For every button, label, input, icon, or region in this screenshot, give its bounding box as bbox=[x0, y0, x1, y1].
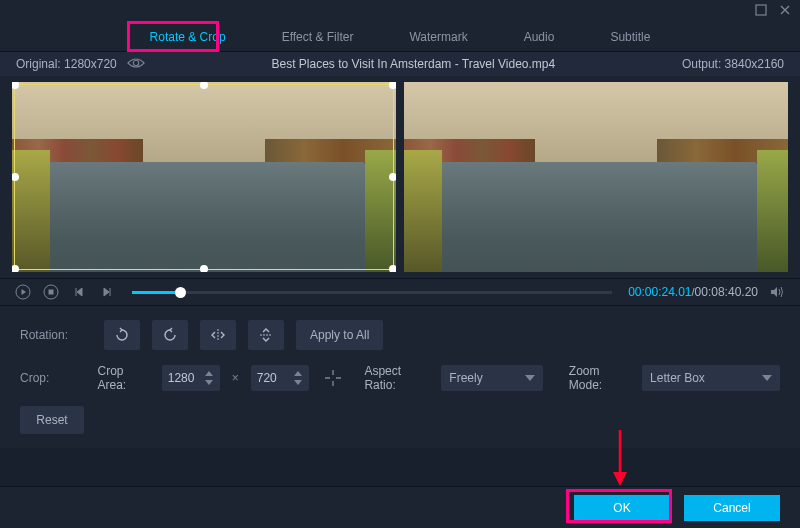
svg-rect-4 bbox=[49, 290, 54, 295]
apply-to-all-button[interactable]: Apply to All bbox=[296, 320, 383, 350]
zoom-mode-label: Zoom Mode: bbox=[569, 364, 630, 392]
crop-preview-output bbox=[404, 82, 788, 272]
crop-handle-mid-left[interactable] bbox=[12, 173, 19, 181]
close-icon[interactable] bbox=[778, 3, 792, 20]
crop-handle-mid-right[interactable] bbox=[389, 173, 396, 181]
tab-watermark[interactable]: Watermark bbox=[381, 23, 495, 51]
play-button[interactable] bbox=[14, 283, 32, 301]
ok-button[interactable]: OK bbox=[574, 495, 670, 521]
volume-icon[interactable] bbox=[768, 283, 786, 301]
multiply-icon: × bbox=[232, 371, 239, 385]
next-frame-button[interactable] bbox=[98, 283, 116, 301]
crop-label: Crop: bbox=[20, 371, 86, 385]
preview-visibility-icon[interactable] bbox=[127, 56, 145, 73]
seek-thumb[interactable] bbox=[175, 287, 186, 298]
crop-handle-bottom-right[interactable] bbox=[389, 265, 396, 272]
stop-button[interactable] bbox=[42, 283, 60, 301]
crop-handle-top-center[interactable] bbox=[200, 82, 208, 89]
aspect-ratio-label: Aspect Ratio: bbox=[364, 364, 429, 392]
prev-frame-button[interactable] bbox=[70, 283, 88, 301]
chevron-down-icon[interactable] bbox=[204, 379, 214, 387]
zoom-mode-select[interactable]: Letter Box bbox=[642, 365, 780, 391]
chevron-up-icon[interactable] bbox=[204, 370, 214, 378]
tab-effect-filter[interactable]: Effect & Filter bbox=[254, 23, 382, 51]
crop-selection-box[interactable] bbox=[14, 84, 394, 270]
rotate-left-button[interactable] bbox=[104, 320, 140, 350]
crop-area-label: Crop Area: bbox=[98, 364, 150, 392]
svg-rect-0 bbox=[756, 5, 766, 15]
crop-height-input[interactable] bbox=[251, 365, 309, 391]
chevron-down-icon bbox=[525, 375, 535, 381]
maximize-icon[interactable] bbox=[754, 3, 768, 20]
rotate-right-button[interactable] bbox=[152, 320, 188, 350]
tab-bar: Rotate & Crop Effect & Filter Watermark … bbox=[0, 22, 800, 52]
center-crop-icon[interactable] bbox=[321, 365, 345, 391]
tab-audio[interactable]: Audio bbox=[496, 23, 583, 51]
crop-handle-bottom-left[interactable] bbox=[12, 265, 19, 272]
flip-horizontal-button[interactable] bbox=[200, 320, 236, 350]
output-label: Output: 3840x2160 bbox=[682, 57, 784, 71]
rotation-label: Rotation: bbox=[20, 328, 92, 342]
reset-button[interactable]: Reset bbox=[20, 406, 84, 434]
chevron-down-icon[interactable] bbox=[293, 379, 303, 387]
cancel-button[interactable]: Cancel bbox=[684, 495, 780, 521]
flip-vertical-button[interactable] bbox=[248, 320, 284, 350]
crop-handle-bottom-center[interactable] bbox=[200, 265, 208, 272]
aspect-ratio-select[interactable]: Freely bbox=[441, 365, 543, 391]
tab-rotate-crop[interactable]: Rotate & Crop bbox=[122, 23, 254, 51]
crop-width-input[interactable] bbox=[162, 365, 220, 391]
crop-handle-top-left[interactable] bbox=[12, 82, 19, 89]
playback-time: 00:00:24.01/00:08:40.20 bbox=[628, 285, 758, 299]
filename: Best Places to Visit In Amsterdam - Trav… bbox=[145, 57, 682, 71]
crop-handle-top-right[interactable] bbox=[389, 82, 396, 89]
chevron-down-icon bbox=[762, 375, 772, 381]
svg-point-1 bbox=[133, 60, 138, 65]
original-label: Original: 1280x720 bbox=[16, 57, 117, 71]
seek-bar[interactable] bbox=[132, 291, 612, 294]
chevron-up-icon[interactable] bbox=[293, 370, 303, 378]
tab-subtitle[interactable]: Subtitle bbox=[582, 23, 678, 51]
crop-preview-original[interactable] bbox=[12, 82, 396, 272]
